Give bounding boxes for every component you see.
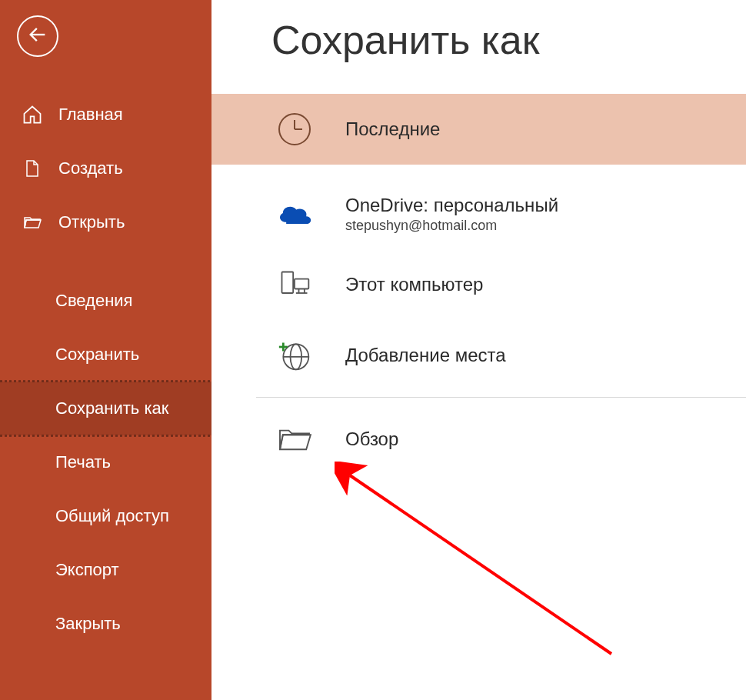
nav-separator — [0, 249, 211, 274]
nav-save-as[interactable]: Сохранить как — [0, 382, 211, 435]
backstage-sidebar: Главная Создать Открыть Сведения Сохрани… — [0, 0, 211, 700]
nav-print[interactable]: Печать — [0, 435, 211, 489]
nav-open[interactable]: Открыть — [0, 195, 211, 249]
home-icon — [20, 102, 45, 127]
location-recent-label: Последние — [345, 118, 440, 140]
location-add-place-label: Добавление места — [345, 345, 506, 366]
nav-new-label: Создать — [58, 158, 123, 178]
nav-close-label: Закрыть — [55, 614, 121, 634]
page-title: Сохранить как — [211, 17, 746, 63]
location-add-place[interactable]: Добавление места — [211, 320, 746, 391]
location-onedrive-sub: stepushyn@hotmail.com — [345, 218, 558, 234]
this-pc-icon — [271, 262, 318, 308]
save-locations-list: Последние OneDrive: персональный stepush… — [211, 94, 746, 475]
nav-save-as-label: Сохранить как — [55, 398, 168, 418]
folder-open-icon — [20, 210, 45, 235]
nav-print-label: Печать — [55, 452, 111, 472]
nav-open-label: Открыть — [58, 212, 125, 232]
backstage-view: Главная Создать Открыть Сведения Сохрани… — [0, 0, 746, 700]
clock-icon — [271, 106, 318, 152]
svg-line-14 — [350, 475, 611, 654]
location-browse[interactable]: Обзор — [211, 404, 746, 475]
nav-export[interactable]: Экспорт — [0, 543, 211, 597]
nav-share-label: Общий доступ — [55, 506, 169, 526]
arrow-left-icon — [27, 24, 48, 48]
location-this-pc-label: Этот компьютер — [345, 274, 483, 295]
nav-share[interactable]: Общий доступ — [0, 489, 211, 543]
nav-new[interactable]: Создать — [0, 142, 211, 195]
location-divider — [256, 397, 746, 398]
location-this-pc[interactable]: Этот компьютер — [211, 249, 746, 320]
add-place-icon — [271, 332, 318, 378]
nav-home-label: Главная — [58, 105, 123, 125]
nav-export-label: Экспорт — [55, 560, 119, 580]
back-button[interactable] — [17, 15, 58, 57]
nav-close[interactable]: Закрыть — [0, 597, 211, 651]
location-browse-label: Обзор — [345, 428, 398, 450]
location-onedrive[interactable]: OneDrive: персональный stepushyn@hotmail… — [211, 178, 746, 249]
folder-icon — [271, 416, 318, 462]
main-panel: Сохранить как Последние — [211, 0, 746, 700]
svg-rect-4 — [282, 272, 294, 294]
svg-rect-5 — [295, 279, 308, 289]
annotation-arrow-icon — [335, 462, 627, 662]
nav-save[interactable]: Сохранить — [0, 328, 211, 382]
nav-info[interactable]: Сведения — [0, 274, 211, 328]
nav-save-label: Сохранить — [55, 345, 139, 365]
location-recent[interactable]: Последние — [211, 94, 746, 165]
nav-home[interactable]: Главная — [0, 88, 211, 142]
onedrive-icon — [271, 191, 318, 237]
location-onedrive-label: OneDrive: персональный — [345, 195, 558, 216]
new-file-icon — [20, 156, 45, 181]
nav-info-label: Сведения — [55, 291, 133, 311]
